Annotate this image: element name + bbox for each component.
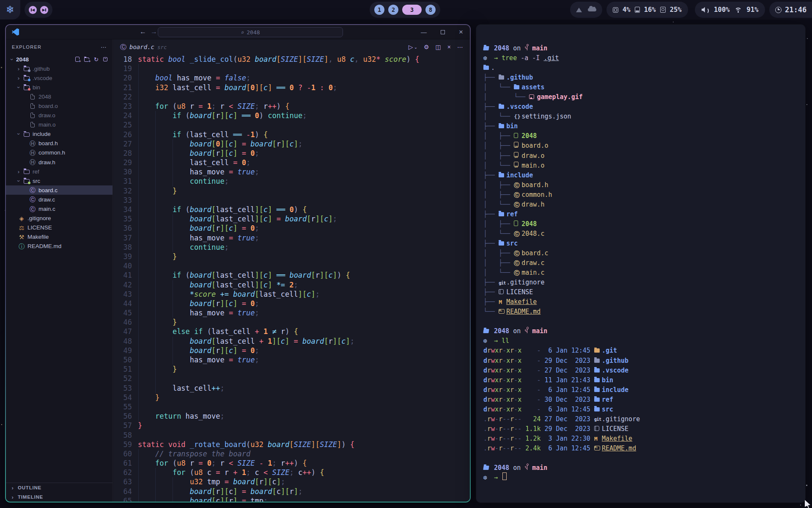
media-prev-button[interactable]: ◀ [29,6,37,14]
explorer-item-README.md[interactable]: ⓘREADME.md [6,242,112,251]
explorer-item-bin[interactable]: ›bin [6,83,112,92]
workspace-3[interactable]: 3 [402,5,422,15]
refresh-icon[interactable]: ↻ [94,57,99,62]
code-line-29[interactable]: last_cell = 0; [113,158,470,167]
code-line-34[interactable]: if (board[last_cell][c] ══ 0) { [113,205,470,214]
code-line-59[interactable]: static void _rotate_board(u32 board[SIZE… [113,440,470,449]
explorer-item-.github[interactable]: ›.github [6,64,112,73]
code-line-31[interactable]: continue; [113,177,470,186]
settings-gear-icon[interactable]: ⚙ [424,44,429,50]
volume-icon[interactable] [702,7,709,13]
code-line-44[interactable]: board[r][c] = 0; [113,299,470,308]
code-line-40[interactable] [113,261,470,271]
explorer-item-.gitignore[interactable]: ◈.gitignore [6,214,112,223]
code-line-43[interactable]: *score += board[last_cell][c]; [113,290,470,299]
explorer-item-src[interactable]: ›src [6,176,112,185]
nix-menu-button[interactable]: ❄ [0,0,20,19]
wifi-icon[interactable] [734,7,742,13]
vpn-icon[interactable] [576,8,582,12]
code-line-60[interactable]: // transpose the board [113,449,470,458]
run-button[interactable]: ▷ [409,44,413,50]
code-line-21[interactable]: i32 last_cell = board[0][c] ══ 0 ? -1 : … [113,83,470,92]
explorer-item-draw.o[interactable]: draw.o [6,111,112,120]
explorer-item-include[interactable]: ›include [6,130,112,139]
code-line-20[interactable]: bool has_move = false; [113,73,470,83]
workspace-8[interactable]: 8 [425,5,436,15]
run-dropdown-icon[interactable]: ⌄ [414,45,417,50]
workspace-2[interactable]: 2 [388,5,398,15]
code-line-61[interactable]: for (u8 r = 0; r < SIZE - 1; r++) { [113,458,470,468]
code-line-32[interactable]: } [113,186,470,196]
code-line-18[interactable]: static bool _slide_col(u32 board[SIZE][S… [113,55,470,64]
code-line-23[interactable]: for (u8 r = 1; r < SIZE; r++) { [113,102,470,111]
new-file-icon[interactable] [75,57,80,62]
vscode-titlebar[interactable]: ← → ⌕2048 — × [6,25,470,39]
code-line-42[interactable]: board[last_cell][c] *= 2; [113,280,470,290]
explorer-item-board.o[interactable]: board.o [6,101,112,110]
tab-board.c[interactable]: Ⓒ board.c src [113,39,174,55]
code-line-52[interactable] [113,374,470,383]
code-line-41[interactable]: if (board[last_cell][c] ══ board[r][c]) … [113,271,470,280]
maximize-button[interactable] [441,30,445,34]
code-line-51[interactable]: } [113,364,470,374]
code-line-45[interactable]: has_move = true; [113,308,470,318]
code-line-39[interactable]: } [113,252,470,261]
explorer-item-main.c[interactable]: Ⓒmain.c [6,204,112,214]
code-line-54[interactable]: } [113,393,470,402]
explorer-item-Makefile[interactable]: ⚒Makefile [6,232,112,242]
sidebar-section-outline[interactable]: ›OUTLINE [6,483,112,492]
code-line-63[interactable]: u32 tmp = board[r][c]; [113,477,470,486]
code-line-47[interactable]: else if (last_cell + 1 ≠ r) { [113,327,470,336]
code-line-46[interactable]: } [113,318,470,327]
code-line-37[interactable]: has_move = true; [113,233,470,243]
code-line-56[interactable]: return has_move; [113,411,470,421]
more-actions-icon[interactable]: ⋯ [457,44,463,50]
code-line-22[interactable] [113,92,470,102]
code-line-25[interactable] [113,120,470,130]
explorer-item-board.c[interactable]: Ⓒboard.c [6,185,112,195]
command-center-search[interactable]: ⌕2048 [158,27,343,37]
code-area[interactable]: 1819202122232425262728293031323334353637… [113,55,470,502]
terminal-window[interactable]: 2048 on main❆→ tree -a -I .git.├── .gith… [476,24,806,503]
code-line-62[interactable]: for (u8 c = r + 1; c < SIZE; c++) { [113,468,470,477]
code-line-28[interactable]: board[r][c] = 0; [113,149,470,158]
code-line-30[interactable]: has_move = true; [113,167,470,177]
code-line-24[interactable]: if (board[r][c] ══ 0) continue; [113,111,470,120]
explorer-item-LICENSE[interactable]: ⚖LICENSE [6,223,112,232]
explorer-item-.vscode[interactable]: ›.vscode [6,73,112,83]
code-line-33[interactable] [113,196,470,205]
code-line-55[interactable] [113,402,470,411]
explorer-item-main.o[interactable]: main.o [6,120,112,130]
nav-back-icon[interactable]: ← [140,28,146,36]
code-line-50[interactable]: has_move = true; [113,355,470,364]
nav-forward-icon[interactable]: → [151,28,157,36]
sidebar-section-timeline[interactable]: ›TIMELINE [6,492,112,502]
code-line-26[interactable]: if (last_cell ══ -1) { [113,130,470,139]
explorer-item-common.h[interactable]: Ⓗcommon.h [6,148,112,157]
explorer-item-board.h[interactable]: Ⓗboard.h [6,139,112,148]
collapse-all-icon[interactable] [103,57,107,61]
minimize-button[interactable]: — [421,29,427,36]
cloud-icon[interactable] [588,8,596,11]
code-line-36[interactable]: board[r][c] = 0; [113,224,470,233]
explorer-item-2048[interactable]: ›2048↻ [6,55,112,64]
code-line-27[interactable]: board[0][c] = board[r][c]; [113,139,470,149]
code-line-65[interactable]: board[c][r] = tmp; [113,496,470,502]
code-line-35[interactable]: board[last_cell][c] = board[r][c]; [113,214,470,224]
code-line-58[interactable] [113,431,470,440]
code-line-49[interactable]: board[r][c] = 0; [113,346,470,355]
explorer-item-draw.c[interactable]: Ⓒdraw.c [6,195,112,204]
code-line-64[interactable]: board[r][c] = board[c][r]; [113,487,470,496]
close-button[interactable]: × [459,28,463,36]
close-editor-icon[interactable]: × [447,44,451,50]
explorer-item-ref[interactable]: ›ref [6,167,112,176]
split-editor-icon[interactable]: ◫ [436,44,441,50]
explorer-item-2048[interactable]: 2048 [6,92,112,101]
explorer-more-icon[interactable]: ⋯ [101,44,107,50]
code-line-53[interactable]: last_cell++; [113,384,470,393]
media-next-button[interactable]: ▶ [40,6,48,14]
code-line-48[interactable]: board[last_cell + 1][c] = board[r][c]; [113,337,470,346]
explorer-item-draw.h[interactable]: Ⓗdraw.h [6,157,112,167]
code-line-19[interactable] [113,64,470,73]
code-line-57[interactable]: } [113,421,470,430]
